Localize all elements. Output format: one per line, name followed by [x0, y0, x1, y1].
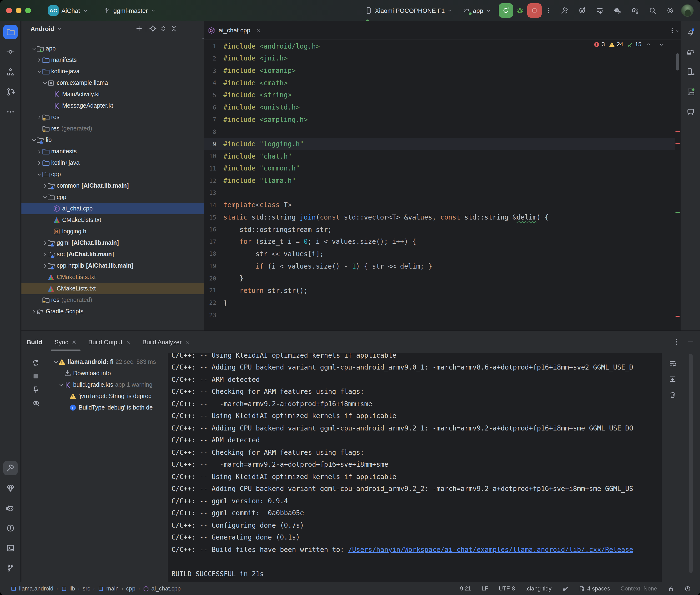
- status-item-utf-8[interactable]: UTF-8: [496, 583, 518, 595]
- more-kebab-icon[interactable]: [179, 23, 189, 34]
- settings-gear-icon[interactable]: [662, 3, 679, 18]
- tool-stripe-structure[interactable]: [3, 65, 18, 79]
- hide-minus-icon[interactable]: [189, 23, 200, 34]
- run-configuration-selector[interactable]: app: [463, 7, 491, 14]
- build-variants-icon[interactable]: [591, 3, 609, 18]
- run-more-actions[interactable]: [541, 3, 556, 18]
- close-tab-icon[interactable]: [72, 339, 77, 344]
- build-tab-build-analyzer[interactable]: Build Analyzer: [137, 331, 196, 353]
- device-selector[interactable]: Xiaomi POCOPHONE F1: [365, 7, 452, 14]
- hide-build-panel-icon[interactable]: [687, 338, 694, 346]
- tool-stripe-pull-requests[interactable]: [3, 85, 18, 99]
- close-tab-icon[interactable]: [126, 339, 131, 344]
- breadcrumb-item[interactable]: cpp: [126, 586, 136, 592]
- error-stripe-mark[interactable]: [675, 212, 679, 213]
- maximize-window-button[interactable]: [25, 8, 31, 13]
- tree-row[interactable]: manifests: [22, 54, 204, 66]
- breadcrumb-item[interactable]: src: [83, 586, 90, 592]
- error-stripe-mark[interactable]: [675, 131, 679, 132]
- console-scrollbar-thumb[interactable]: [689, 354, 692, 573]
- tool-stripe-more-horizontal[interactable]: [3, 105, 18, 119]
- tool-stripe-project-folder[interactable]: [3, 25, 18, 39]
- tree-row[interactable]: src [AiChat.lib.main]: [22, 249, 204, 260]
- clear-trash-icon[interactable]: [667, 389, 678, 400]
- build-options-kebab-icon[interactable]: [672, 338, 680, 346]
- status-item[interactable]: [665, 583, 677, 595]
- tool-stripe-problems[interactable]: [3, 521, 18, 535]
- tree-row[interactable]: 'jvmTarget: String' is deprec: [50, 391, 168, 402]
- close-window-button[interactable]: [6, 8, 12, 13]
- breadcrumb-item[interactable]: lib: [61, 586, 75, 592]
- status-item--clang-tidy[interactable]: .clang-tidy: [523, 583, 554, 595]
- tree-row[interactable]: res (generated): [22, 123, 204, 134]
- error-stripe-mark[interactable]: [675, 316, 679, 317]
- status-item[interactable]: [681, 583, 693, 595]
- tree-row[interactable]: logging.h: [22, 226, 204, 237]
- prev-problem-icon[interactable]: [645, 41, 651, 47]
- inspections-widget[interactable]: 3 24 15: [593, 41, 664, 48]
- tree-row[interactable]: ggml [AiChat.lib.main]: [22, 237, 204, 249]
- status-item-lf[interactable]: LF: [479, 583, 491, 595]
- tree-row[interactable]: common [AiChat.lib.main]: [22, 180, 204, 192]
- breadcrumb-item[interactable]: llama.android: [10, 586, 53, 592]
- search-everywhere-icon[interactable]: [644, 3, 662, 18]
- tree-row[interactable]: kotlin+java: [22, 157, 204, 169]
- project-view-selector[interactable]: Android: [30, 25, 54, 32]
- collapse-all-icon[interactable]: [168, 23, 179, 34]
- pin-icon[interactable]: [30, 383, 42, 396]
- sync-arrows-icon[interactable]: [30, 357, 42, 369]
- code-editor[interactable]: 1#include <android/log.h>2#include <jni.…: [204, 40, 675, 331]
- build-tab-sync[interactable]: Sync: [49, 331, 83, 353]
- editor-error-stripe[interactable]: [675, 40, 680, 331]
- status-item[interactable]: [559, 583, 571, 595]
- tool-stripe-quality-gem[interactable]: [3, 481, 18, 495]
- status-item-9-21[interactable]: 9:21: [457, 583, 474, 595]
- tree-row[interactable]: Gradle Scripts: [22, 306, 204, 317]
- tool-stripe-device-manager[interactable]: [683, 65, 698, 79]
- close-tab-icon[interactable]: [256, 28, 261, 33]
- tree-row[interactable]: cpp: [22, 169, 204, 180]
- tool-stripe-gradle-elephant[interactable]: [683, 45, 698, 59]
- next-problem-icon[interactable]: [658, 41, 664, 47]
- add-plus-icon[interactable]: [134, 23, 144, 34]
- debug-button[interactable]: [513, 3, 527, 18]
- status-item-context-none[interactable]: Context: None: [618, 583, 660, 595]
- tool-stripe-commit[interactable]: [3, 45, 18, 59]
- project-selector[interactable]: AC AiChat: [44, 3, 92, 18]
- tree-row[interactable]: build.gradle.kts app 1 warning: [50, 379, 168, 391]
- tree-row[interactable]: cpp: [22, 192, 204, 203]
- tree-row[interactable]: manifests: [22, 146, 204, 157]
- sync-project-icon[interactable]: [573, 3, 591, 18]
- error-stripe-mark[interactable]: [675, 143, 679, 144]
- scroll-to-end-icon[interactable]: [667, 373, 678, 385]
- vcs-branch-selector[interactable]: ggml-master: [101, 5, 160, 16]
- tree-row[interactable]: kotlin+java: [22, 66, 204, 77]
- build-tab-build-output[interactable]: Build Output: [83, 331, 137, 353]
- soft-wrap-icon[interactable]: [667, 358, 678, 369]
- attach-debugger-icon[interactable]: [609, 3, 626, 18]
- tool-stripe-logcat-cat[interactable]: [3, 501, 18, 515]
- status-item-4-spaces[interactable]: 4 spaces: [576, 583, 613, 595]
- tool-stripe-build-hammer[interactable]: [3, 461, 18, 475]
- preview-eye-icon[interactable]: [30, 397, 42, 409]
- gradle-sync-icon[interactable]: [626, 3, 644, 18]
- tree-row[interactable]: Download info: [50, 368, 168, 379]
- tree-row[interactable]: MainActivity.kt: [22, 89, 204, 100]
- tree-row[interactable]: com.example.llama: [22, 77, 204, 89]
- tree-row[interactable]: CMakeLists.txt: [22, 272, 204, 283]
- breadcrumb-item[interactable]: main: [97, 586, 119, 592]
- build-hammer-run-icon[interactable]: [556, 3, 573, 18]
- tool-stripe-notifications-bell[interactable]: [683, 25, 698, 39]
- tree-row[interactable]: llama.android: fi 22 sec, 583 ms: [50, 356, 168, 368]
- close-tab-icon[interactable]: [185, 339, 190, 344]
- tree-row[interactable]: Cai_chat.cpp: [22, 203, 204, 214]
- editor-scrollbar-thumb[interactable]: [676, 53, 679, 70]
- tree-row[interactable]: cpp-httplib [AiChat.lib.main]: [22, 260, 204, 272]
- stop-button[interactable]: [527, 3, 541, 18]
- tree-row[interactable]: res (generated): [22, 294, 204, 306]
- tool-stripe-git-branch[interactable]: [3, 561, 18, 575]
- stop-square-gray-icon[interactable]: [30, 370, 42, 382]
- tree-row[interactable]: BuildType 'debug' is both de: [50, 402, 168, 413]
- tool-stripe-running-devices[interactable]: [683, 85, 698, 99]
- tree-row[interactable]: CMakeLists.txt: [22, 283, 204, 294]
